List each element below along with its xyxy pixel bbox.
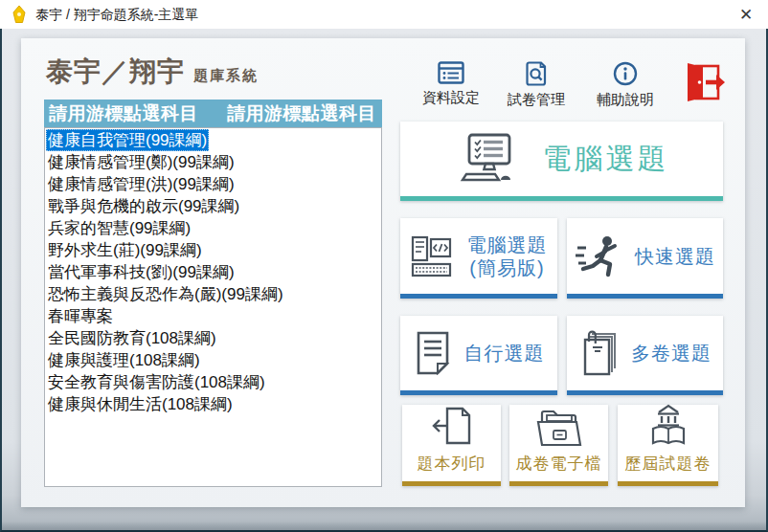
subject-list-item[interactable]: 健康與休閒生活(108課綱) <box>46 393 381 415</box>
subject-list-item[interactable]: 健康情感管理(洪)(99課綱) <box>46 173 381 195</box>
data-settings-icon <box>438 61 464 84</box>
toolbar-label: 輔助說明 <box>597 91 654 109</box>
menu-past-papers[interactable]: 歷屆試題卷 <box>618 405 718 486</box>
runner-icon <box>575 234 622 278</box>
title-bar: 泰宇 / 翔宇命題系統-主選單 ✕ <box>0 0 768 29</box>
subject-list-item[interactable]: 戰爭與危機的啟示(99課綱) <box>46 195 381 217</box>
open-folder-icon <box>535 407 583 447</box>
exit-button[interactable] <box>682 62 726 102</box>
subject-list-header-left: 請用游標點選科目 <box>49 101 198 126</box>
archive-book-icon <box>647 403 689 447</box>
subject-list-item[interactable]: 健康情感管理(鄭)(99課綱) <box>46 151 381 173</box>
menu-label: 題本列印 <box>418 453 486 475</box>
subject-list-header-right: 請用游標點選科目 <box>227 101 376 126</box>
toolbar-item-exam-management[interactable]: 試卷管理 <box>499 61 574 109</box>
menu-label: 歷屆試題卷 <box>625 453 712 475</box>
frame-bottom-shade <box>2 521 766 530</box>
document-icon <box>414 331 452 375</box>
menu-label: 成卷電子檔 <box>516 453 602 475</box>
exit-door-icon <box>682 62 726 102</box>
main-panel: 泰宇／翔宇題庫系統 請用游標點選科目 請用游標點選科目 健康自我管理(99課綱)… <box>21 38 745 507</box>
exam-management-icon <box>525 61 548 86</box>
stacked-papers-icon <box>578 330 619 376</box>
menu-label: 多卷選題 <box>631 342 712 365</box>
toolbar-item-data-settings[interactable]: 資料設定 <box>414 61 488 107</box>
subject-list-item[interactable]: 兵家的智慧(99課綱) <box>46 217 381 239</box>
subject-list-item[interactable]: 春暉專案 <box>46 305 381 327</box>
subject-list: 健康自我管理(99課綱) 健康情感管理(鄭)(99課綱) 健康情感管理(洪)(9… <box>44 127 382 487</box>
computer-simple-icon <box>411 235 455 277</box>
computer-select-icon <box>455 133 518 185</box>
close-icon[interactable]: ✕ <box>730 0 762 29</box>
toolbar-item-help[interactable]: 輔助說明 <box>588 61 663 109</box>
toolbar-label: 試卷管理 <box>508 91 565 109</box>
menu-label: 電腦選題(簡易版) <box>467 233 548 279</box>
subject-list-item[interactable]: 安全教育與傷害防護(108課綱) <box>46 371 381 393</box>
menu-multi-select[interactable]: 多卷選題 <box>567 316 723 395</box>
print-export-icon <box>430 407 474 447</box>
menu-exam-file[interactable]: 成卷電子檔 <box>509 405 608 486</box>
menu-quick-select[interactable]: 快速選題 <box>567 218 723 299</box>
brand-subtitle: 題庫系統 <box>193 67 259 83</box>
menu-computer-select-simple[interactable]: 電腦選題(簡易版) <box>400 218 557 299</box>
subject-list-item[interactable]: 健康與護理(108課綱) <box>46 349 381 371</box>
menu-label: 自行選題 <box>464 342 545 365</box>
menu-computer-select[interactable]: 電腦選題 <box>400 122 723 201</box>
subject-list-header: 請用游標點選科目 請用游標點選科目 <box>44 100 382 127</box>
help-info-icon <box>613 61 638 86</box>
subject-list-item[interactable]: 當代軍事科技(劉)(99課綱) <box>46 261 381 283</box>
brand: 泰宇／翔宇題庫系統 <box>46 54 259 90</box>
subject-list-item[interactable]: 野外求生(莊)(99課綱) <box>46 239 381 261</box>
brand-name: 泰宇／翔宇 <box>46 56 185 86</box>
app-window: 泰宇 / 翔宇命題系統-主選單 ✕ 泰宇／翔宇題庫系統 請用游標點選科目 請用游… <box>0 0 768 532</box>
window-title: 泰宇 / 翔宇命題系統-主選單 <box>35 0 198 29</box>
menu-label: 快速選題 <box>635 245 715 268</box>
subject-list-item[interactable]: 健康自我管理(99課綱) <box>46 129 381 151</box>
subject-list-item[interactable]: 全民國防教育(108課綱) <box>46 327 381 349</box>
subject-list-item[interactable]: 恐怖主義與反恐作為(嚴)(99課綱) <box>46 283 381 305</box>
app-logo-icon <box>10 5 29 24</box>
menu-self-select[interactable]: 自行選題 <box>400 316 557 395</box>
toolbar-label: 資料設定 <box>422 89 480 107</box>
menu-label: 電腦選題 <box>543 140 669 179</box>
menu-print-book[interactable]: 題本列印 <box>402 405 501 486</box>
